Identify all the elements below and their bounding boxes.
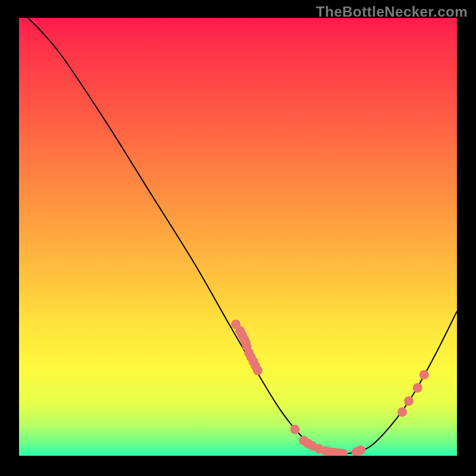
data-point — [413, 383, 422, 393]
data-point — [397, 407, 407, 416]
chart-container: TheBottleNecker.com — [0, 0, 476, 476]
watermark-label: TheBottleNecker.com — [316, 4, 468, 20]
data-point — [253, 365, 262, 375]
chart-svg — [19, 18, 457, 456]
data-point — [356, 445, 365, 455]
bottleneck-curve — [28, 18, 457, 454]
plot-area — [19, 18, 457, 456]
data-point — [290, 425, 300, 434]
data-points — [231, 320, 428, 456]
data-point — [404, 396, 414, 406]
data-point — [419, 370, 429, 380]
